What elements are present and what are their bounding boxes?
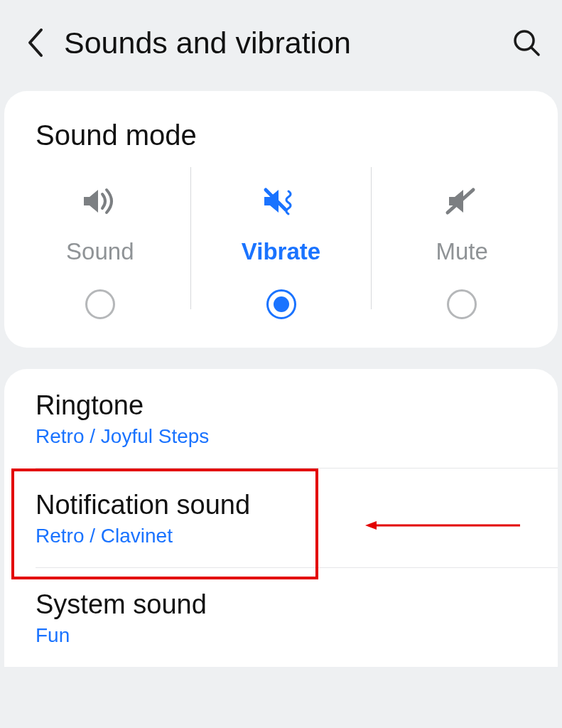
search-icon: [512, 28, 541, 58]
setting-title: Ringtone: [36, 390, 526, 421]
sound-mode-option-sound[interactable]: Sound: [10, 164, 190, 328]
sound-mode-option-vibrate[interactable]: Vibrate: [191, 164, 372, 328]
sound-mode-card: Sound mode Sound Vibrate: [4, 91, 558, 348]
setting-subtitle: Retro / Joyful Steps: [36, 425, 526, 448]
sound-mode-option-mute[interactable]: Mute: [372, 164, 552, 328]
back-button[interactable]: [17, 24, 54, 61]
sound-mode-radio[interactable]: [447, 289, 477, 319]
sound-mode-label: Mute: [436, 238, 487, 265]
setting-notification-sound[interactable]: Notification sound Retro / Clavinet: [4, 469, 558, 567]
setting-title: Notification sound: [36, 490, 526, 520]
svg-line-1: [531, 48, 539, 55]
setting-system-sound[interactable]: System sound Fun: [4, 568, 558, 667]
sound-mode-title: Sound mode: [4, 91, 558, 164]
setting-title: System sound: [36, 589, 526, 620]
page-title: Sounds and vibration: [64, 26, 508, 60]
sound-settings-card: Ringtone Retro / Joyful Steps Notificati…: [4, 369, 558, 667]
setting-ringtone[interactable]: Ringtone Retro / Joyful Steps: [4, 369, 558, 468]
annotation-highlight-box: [11, 469, 318, 579]
header: Sounds and vibration: [0, 0, 562, 85]
sound-icon: [79, 180, 121, 223]
vibrate-icon: [260, 180, 303, 223]
mute-icon: [441, 180, 483, 223]
setting-subtitle: Retro / Clavinet: [36, 525, 526, 547]
setting-subtitle: Fun: [36, 624, 526, 647]
sound-mode-grid: Sound Vibrate Mute: [4, 164, 558, 328]
sound-mode-label: Sound: [66, 238, 134, 265]
chevron-left-icon: [26, 27, 45, 58]
sound-mode-radio[interactable]: [266, 289, 296, 319]
sound-mode-label: Vibrate: [242, 238, 320, 265]
sound-mode-radio[interactable]: [85, 289, 115, 319]
search-button[interactable]: [508, 24, 545, 61]
